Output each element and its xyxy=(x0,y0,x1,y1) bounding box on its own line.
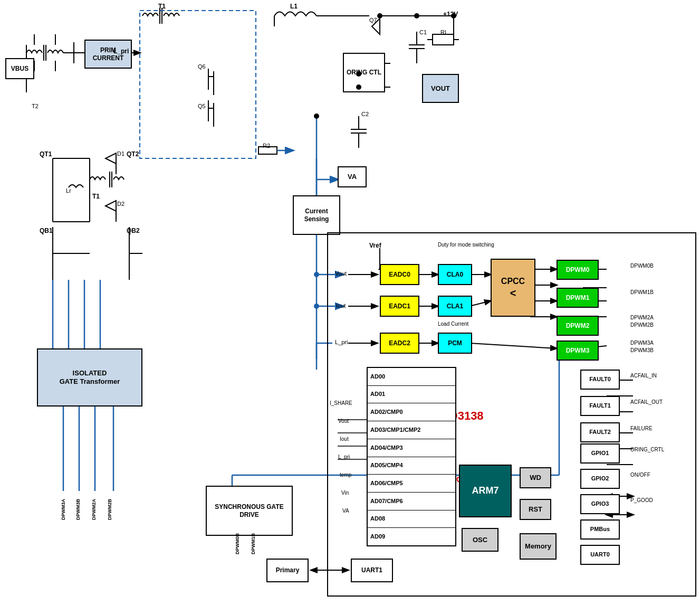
acfail-in-label: ACFAIL_IN xyxy=(630,373,657,379)
vout-ad-label: Vout xyxy=(338,418,349,424)
t2-label: T2 xyxy=(32,103,39,109)
va-ad-label: VA xyxy=(342,508,349,514)
gpio1-box: GPIO1 xyxy=(580,443,620,464)
pmbus-box: PMBus xyxy=(580,519,620,540)
vout-signal-label: Vout xyxy=(335,270,347,277)
ad02-row: AD02/CMP0 xyxy=(368,403,455,421)
ad-channels-box: AD00 AD01 AD02/CMP0 AD03/CMP1/CMP2 AD04/… xyxy=(367,367,456,546)
iout-ad-label: Iout xyxy=(340,436,349,442)
q7-label: Q7 xyxy=(369,17,377,23)
svg-point-120 xyxy=(414,13,419,18)
eadc0-label: EADC0 xyxy=(389,271,410,278)
isolated-gate-label: ISOLATEDGATE Transformer xyxy=(60,369,120,385)
cla1-box: CLA1 xyxy=(438,296,472,317)
ad09-row: AD09 xyxy=(368,528,455,545)
ishare-label: I_SHARE xyxy=(330,400,352,406)
qt2-label: QT2 xyxy=(127,150,139,158)
memory-label: Memory xyxy=(525,542,551,551)
arm7-label: ARM7 xyxy=(472,485,498,497)
gpio1-label: GPIO1 xyxy=(591,450,609,457)
rl-label: RL xyxy=(440,29,448,35)
ad06-row: AD06/CMP5 xyxy=(368,475,455,493)
svg-point-117 xyxy=(377,13,382,18)
acfail-out-label: ACFAIL_OUT xyxy=(630,399,663,405)
dpwm1-label: DPWM1 xyxy=(566,294,590,301)
fault2-label: FAULT2 xyxy=(589,429,611,436)
wd-box: WD xyxy=(520,467,551,488)
plus12v-label: +12V xyxy=(443,11,458,18)
fault2-box: FAULT2 xyxy=(580,422,620,442)
memory-box: Memory xyxy=(520,533,557,560)
primary-label: Primary xyxy=(276,566,300,574)
cpcc-label: CPCC< xyxy=(501,276,525,299)
isolated-gate-box: ISOLATEDGATE Transformer xyxy=(37,348,142,407)
cla1-label: CLA1 xyxy=(447,302,463,310)
iout-signal-label: Iout xyxy=(336,302,346,309)
oring-ctl-label: ORING CTL xyxy=(347,69,381,76)
dpwm3b-ig-label: DPWM3B xyxy=(75,499,81,520)
t1-inner-label: T1 xyxy=(92,193,100,200)
ad00-row: AD00 xyxy=(368,368,455,386)
current-sensing-box: Current Sensing xyxy=(293,195,340,235)
ad01-row: AD01 xyxy=(368,386,455,404)
vref-label: Vref xyxy=(369,242,381,249)
dpwm1-box: DPWM1 xyxy=(557,288,599,308)
dpwm2-label: DPWM2 xyxy=(566,322,590,329)
failure-label: FAILURE xyxy=(630,426,653,431)
cla0-label: CLA0 xyxy=(447,271,463,278)
p-good-label: P_GOOD xyxy=(630,497,653,503)
t1-top-label: T1 xyxy=(158,3,166,10)
sync-gate-box: SYNCHRONOUS GATE DRIVE xyxy=(206,486,293,536)
dpwm3-label: DPWM3 xyxy=(566,347,590,354)
c1-label: C1 xyxy=(419,29,427,35)
uart0-label: UART0 xyxy=(590,551,610,558)
dpwm2b-label: DPWM2B xyxy=(630,322,654,328)
arm7-box: ARM7 xyxy=(459,465,512,517)
ad03-row: AD03/CMP1/CMP2 xyxy=(368,421,455,439)
qb1-label: QB1 xyxy=(40,227,53,234)
osc-label: OSC xyxy=(473,536,487,544)
dpwm0b-label: DPWM0B xyxy=(630,263,654,269)
fault1-label: FAULT1 xyxy=(589,402,611,409)
dpwm1b-sg-label: DPWM1B xyxy=(251,533,256,554)
fault0-label: FAULT0 xyxy=(589,376,611,383)
cpcc-box: CPCC< xyxy=(491,259,535,317)
uart1-box: UART1 xyxy=(351,559,393,582)
pmbus-label: PMBus xyxy=(590,526,610,533)
dpwm2b-ig-label: DPWM2B xyxy=(107,499,112,520)
oring-ctl-box: ORING CTL xyxy=(343,53,385,92)
lr-label: Lr xyxy=(66,187,71,194)
q5-label: Q5 xyxy=(198,103,206,109)
ad07-row: AD07/CMP6 xyxy=(368,493,455,511)
vout-box-label: VOUT xyxy=(431,84,450,93)
gpio2-label: GPIO2 xyxy=(591,475,609,482)
dpwm0b-sg-label: DPWM0B xyxy=(235,533,240,554)
qt1-label: QT1 xyxy=(40,150,52,158)
svg-rect-23 xyxy=(433,34,454,45)
d1-label: D1 xyxy=(117,150,124,157)
va-box-label: VA xyxy=(348,173,357,181)
ad08-row: AD08 xyxy=(368,511,455,528)
dpwm3-box: DPWM3 xyxy=(557,341,599,361)
svg-marker-47 xyxy=(106,201,116,211)
svg-marker-45 xyxy=(106,153,116,164)
lpri-eadc-label: L_pri xyxy=(335,339,348,345)
primary-box: Primary xyxy=(266,559,309,582)
gpio2-box: GPIO2 xyxy=(580,469,620,489)
pcm-box: PCM xyxy=(438,333,472,354)
uart0-box: UART0 xyxy=(580,545,620,565)
svg-point-113 xyxy=(314,114,319,119)
eadc2-label: EADC2 xyxy=(389,339,410,347)
svg-rect-108 xyxy=(140,11,256,158)
ad04-row: AD04/CMP3 xyxy=(368,439,455,457)
dpwm3b-label: DPWM3B xyxy=(630,347,654,353)
duty-switching-label: Duty for mode switching xyxy=(438,242,494,248)
q6-label: Q6 xyxy=(198,63,206,70)
eadc1-label: EADC1 xyxy=(389,302,410,310)
fault1-box: FAULT1 xyxy=(580,396,620,416)
lpri-ad-label: L_pri xyxy=(338,454,350,460)
svg-point-114 xyxy=(314,272,319,277)
osc-box: OSC xyxy=(462,528,498,552)
rst-box: RST xyxy=(520,499,551,520)
ad05-row: AD05/CMP4 xyxy=(368,457,455,475)
